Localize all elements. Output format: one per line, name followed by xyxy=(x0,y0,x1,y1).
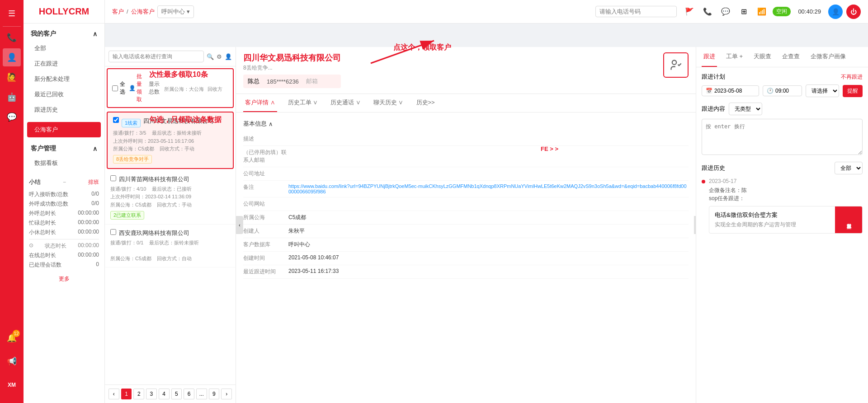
customer-checkbox-3[interactable] xyxy=(110,229,116,235)
self-sidebar-icon[interactable]: 🙋 xyxy=(3,68,21,86)
history-dot xyxy=(702,180,705,183)
page-4-btn[interactable]: 4 xyxy=(159,389,170,399)
tab-tianyan[interactable]: 天眼查 xyxy=(752,47,773,67)
tab-follow[interactable]: 跟进 xyxy=(702,47,717,67)
no-follow-btn[interactable]: 不再跟进 xyxy=(841,73,863,81)
tab-wechat-portrait[interactable]: 企微客户画像 xyxy=(809,47,848,67)
tab-call-history[interactable]: 历史通话 ∨ xyxy=(329,94,363,112)
notification-badge: 12 xyxy=(13,330,20,337)
svg-point-0 xyxy=(672,61,676,65)
xm-label[interactable]: XM xyxy=(3,376,21,394)
header-icons: 🚩 📞 💬 ⊞ 📶 空闲 00:40:29 👤 ⏻ xyxy=(682,5,861,19)
detail-panel: ‹ 四川华文易迅科技有限公司 8丢给竞争... 陈总 185****6236 邮… xyxy=(236,47,696,403)
nav-follow-history[interactable]: 跟进历史 xyxy=(24,102,104,117)
claim-customer-btn[interactable] xyxy=(663,52,689,78)
tab-workorder[interactable]: 工单 + xyxy=(724,47,745,67)
nav-new-assign[interactable]: 新分配未处理 xyxy=(24,71,104,87)
follow-history-label: 跟进历史 xyxy=(702,164,725,172)
tab-customer-detail[interactable]: 客户详情 ∧ xyxy=(243,94,277,112)
collapse-left-btn[interactable]: ‹ xyxy=(236,216,243,234)
filter-icon[interactable]: ⚙ xyxy=(217,53,222,60)
page-1-btn[interactable]: 1 xyxy=(121,389,132,399)
grid-icon[interactable]: ⊞ xyxy=(736,5,751,19)
follow-reminder-select[interactable]: 请选择 xyxy=(806,84,839,97)
app-logo: HOLLYCRM xyxy=(24,0,104,23)
card-title: 电话&微信双剑合璧方案 xyxy=(715,211,830,219)
user-add-icon[interactable]: 👤 xyxy=(225,53,232,60)
customer-checkbox-2[interactable] xyxy=(110,175,116,181)
page-3-btn[interactable]: 3 xyxy=(146,389,157,399)
select-all-checkbox[interactable] xyxy=(112,85,118,91)
next-page-btn[interactable]: › xyxy=(221,389,232,399)
break-duration-label: 小休总时长 xyxy=(29,229,56,236)
recovery-label: 回收方 xyxy=(208,86,222,93)
chat-icon[interactable]: 💬 xyxy=(718,5,733,19)
show-total-btn[interactable]: 显示总数 xyxy=(149,80,160,96)
breadcrumb-dropdown[interactable]: 呼叫中心 ▾ xyxy=(157,5,194,18)
online-duration-value: 00:00:00 xyxy=(78,252,99,259)
nav-all[interactable]: 全部 xyxy=(24,41,104,56)
rank-label[interactable]: 排班 xyxy=(88,178,99,186)
sidebar-icons: ☰ 📞 👤 🙋 🤖 💬 🔔 12 📢 XM xyxy=(0,0,24,403)
field-creator: 创建人 朱秋平 xyxy=(243,225,689,238)
follow-textarea[interactable] xyxy=(702,119,863,155)
message-sidebar-icon[interactable]: 💬 xyxy=(3,108,21,126)
tab-qichacha[interactable]: 企查查 xyxy=(780,47,802,67)
flag-icon[interactable]: 🚩 xyxy=(682,5,697,19)
page-2-btn[interactable]: 2 xyxy=(133,389,144,399)
history-card: 电话&微信双剑合璧方案 实现全生命周期的客户运营与管理 私域方案 xyxy=(709,206,863,234)
headset-icon[interactable]: 📞 xyxy=(700,5,715,19)
page-5-btn[interactable]: 5 xyxy=(171,389,182,399)
my-customers-section[interactable]: 我的客户 ∧ xyxy=(24,27,104,41)
nav-data-board[interactable]: 数据看板 xyxy=(24,155,104,171)
field-contact-email: （已停用勿填）联系人邮箱 xyxy=(243,146,689,167)
menu-toggle-icon[interactable]: ☰ xyxy=(3,5,21,23)
follow-content-label: 跟进内容 xyxy=(702,105,725,113)
outgoing-success-label: 外呼成功数/总数 xyxy=(29,200,68,208)
robot-sidebar-icon[interactable]: 🤖 xyxy=(3,88,21,106)
prev-page-btn[interactable]: ‹ xyxy=(108,389,119,399)
batch-claim-btn[interactable]: 👤 批量领取 xyxy=(129,73,145,103)
tab-more-history[interactable]: 历史>> xyxy=(415,94,437,112)
field-create-time: 创建时间 2021-05-08 10:46:07 xyxy=(243,252,689,265)
list-pagination: ‹ 1 2 3 4 5 6 ... 9 › xyxy=(105,384,236,403)
follow-type-select[interactable]: 无类型 xyxy=(729,103,762,115)
clock-icon: 🕐 xyxy=(767,88,774,94)
search-icon[interactable]: 🔍 xyxy=(207,53,214,60)
customer-checkbox-1[interactable] xyxy=(113,117,119,123)
power-button[interactable]: ⏻ xyxy=(846,5,861,19)
user-avatar[interactable]: 👤 xyxy=(828,5,843,19)
tab-work-orders[interactable]: 历史工单 ∨ xyxy=(286,94,320,112)
customer-search-input[interactable] xyxy=(108,51,204,62)
more-button[interactable]: 更多 xyxy=(24,273,104,285)
customer-mgmt-section[interactable]: 客户管理 ∧ xyxy=(24,142,104,155)
phone-input[interactable] xyxy=(595,6,677,17)
history-filter-select[interactable]: 全部 xyxy=(835,162,863,174)
remind-button[interactable]: 提醒 xyxy=(843,85,863,97)
customer-item-3[interactable]: 西安鹿玖网络科技有限公司 接通/拨打：0/1 最后状态：振铃未接听 所属公海：C… xyxy=(105,225,236,268)
speaker-icon[interactable]: 📢 xyxy=(3,352,21,370)
collapse-right-btn[interactable]: › xyxy=(694,216,696,234)
tab-chat-history[interactable]: 聊天历史 ∨ xyxy=(372,94,406,112)
detail-subtitle: 8丢给竞争... xyxy=(243,64,341,72)
field-notes: 备注 https://www.baidu.com/link?url=94BZPY… xyxy=(243,181,689,197)
breadcrumb-customers[interactable]: 客户 xyxy=(112,8,124,16)
follow-date-input[interactable] xyxy=(714,88,750,94)
follow-time-input[interactable] xyxy=(775,88,798,94)
customer-item-1[interactable]: 1线索 四川华文易迅科技有限公司 接通/拨打：3/5 最后状态：振铃未接听 上次… xyxy=(107,112,234,169)
customer-item-2[interactable]: 四川菁苗网络科技有限公司 接通/拨打：4/10 最后状态：已接听 上次外呼时间：… xyxy=(105,171,236,225)
select-all-item[interactable]: 全选 xyxy=(112,80,125,96)
remove-icon[interactable]: − xyxy=(63,179,66,185)
phone-sidebar-icon[interactable]: 📞 xyxy=(3,28,21,47)
page-6-btn[interactable]: 6 xyxy=(184,389,194,399)
nav-following[interactable]: 正在跟进 xyxy=(24,56,104,71)
breadcrumb-public[interactable]: 公海客户 xyxy=(131,8,155,16)
notification-icon[interactable]: 🔔 12 xyxy=(3,329,21,347)
online-duration-label: 在线总时长 xyxy=(29,252,56,259)
nav-recently-recovered[interactable]: 最近已回收 xyxy=(24,87,104,102)
break-duration-value: 00:00:00 xyxy=(78,229,99,236)
page-9-btn[interactable]: 9 xyxy=(209,389,220,399)
user-sidebar-icon[interactable]: 👤 xyxy=(3,48,21,66)
nav-public-customers[interactable]: 公海客户 xyxy=(27,122,101,137)
breadcrumb-sep1: / xyxy=(127,8,128,15)
